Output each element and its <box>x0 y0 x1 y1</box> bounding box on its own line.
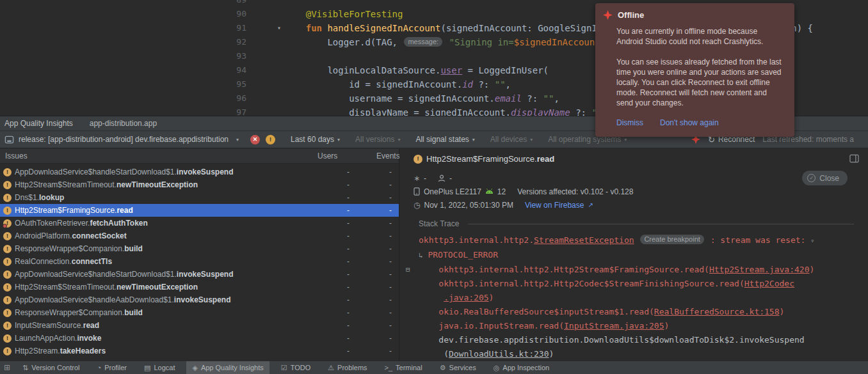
line-number[interactable]: 93 <box>0 49 256 63</box>
dont-show-again-link[interactable]: Don't show again <box>660 118 719 127</box>
line-number[interactable]: 92 <box>0 35 256 49</box>
panel-layout-icon[interactable] <box>849 154 859 166</box>
issue-row[interactable]: !InputStreamSource.read-- <box>0 319 399 332</box>
tab-app-distribution[interactable]: app-distribution.app <box>90 119 157 128</box>
statusbar-item-label: App Inspection <box>502 364 549 371</box>
stack-frame-link[interactable]: DownloadUtils.kt:230 <box>449 349 549 359</box>
statusbar-item-services[interactable]: ⚙Services <box>434 361 482 374</box>
meta-row-signals: ∗ - - <box>414 171 868 185</box>
issue-row[interactable]: !ResponseWrapper$Companion.build-- <box>0 242 399 255</box>
stack-frame-link[interactable]: RealBufferedSource.kt:158 <box>654 307 780 316</box>
stack-frame-link[interactable]: Http2Codec <box>744 279 794 288</box>
line-number[interactable]: 95 <box>0 77 256 91</box>
filter-all-devices[interactable]: All devices▾ <box>490 135 533 144</box>
issue-events-count: - <box>362 295 392 304</box>
code-text[interactable]: loginLocalDataSource.user = LoggedInUser… <box>284 63 549 77</box>
tool-window-switcher-icon[interactable]: ⊞ <box>4 363 10 372</box>
statusbar-item-version-control[interactable]: ⇅Version Control <box>17 361 85 374</box>
stack-line: okhttp3.internal.http2.Http2Codec$Stream… <box>419 277 868 291</box>
line-number[interactable]: 94 <box>0 63 256 77</box>
issue-row[interactable]: !LaunchAppAction.invoke-- <box>0 332 399 345</box>
column-events[interactable]: Events <box>376 149 400 163</box>
statusbar-item-label: TODO <box>291 364 311 371</box>
users-value: - <box>449 174 452 183</box>
dismiss-link[interactable]: Dismiss <box>616 118 643 127</box>
statusbar-item-terminal[interactable]: >_Terminal <box>379 361 428 374</box>
issue-row[interactable]: !Dns$1.lookup-- <box>0 191 399 204</box>
chevron-down-icon: ▾ <box>337 137 340 143</box>
close-button-label: Close <box>819 174 839 183</box>
code-text[interactable]: @VisibleForTesting <box>284 7 403 21</box>
filter-last-60-days[interactable]: Last 60 days▾ <box>291 135 340 144</box>
statusbar-items: ⇅Version Control◔Profiler▤Logcat◈App Qua… <box>17 361 561 374</box>
view-on-firebase-link[interactable]: View on Firebase <box>525 201 584 210</box>
code-text[interactable]: displayName = signedInAccount.displayNam… <box>284 105 602 116</box>
issue-row[interactable]: !AppDownloadService$handleAabDownload$1.… <box>0 293 399 306</box>
issue-method-name: build <box>124 308 143 317</box>
statusbar-item-label: Version Control <box>31 364 79 371</box>
code-text[interactable]: username = signedInAccount.email ?: "", <box>284 91 559 105</box>
statusbar-item-label: App Quality Insights <box>201 364 264 371</box>
issue-row[interactable]: !Http2Stream$FramingSource.read-- <box>0 204 399 217</box>
statusbar-item-app-quality-insights[interactable]: ◈App Quality Insights <box>186 361 269 374</box>
issue-class-prefix: AppDownloadService$handleStartDownload$1… <box>15 168 177 176</box>
fold-collapse-icon[interactable]: ⊟ <box>406 263 410 277</box>
issue-events-count: - <box>362 257 392 266</box>
run-config-selector[interactable]: release: [app-distribution-android] dev.… <box>4 135 239 144</box>
stack-line: okhttp3.internal.http2.StreamResetExcept… <box>419 233 868 248</box>
line-number[interactable]: 96 <box>0 91 256 105</box>
event-timestamp: Nov 1, 2022, 05:01:30 PM <box>424 201 513 210</box>
close-button[interactable]: ✓ Close <box>802 171 848 185</box>
statusbar-item-todo[interactable]: ☑TODO <box>275 361 316 374</box>
issue-nonfatal-icon: ! <box>3 168 12 176</box>
meta-row-time: ◷ Nov 1, 2022, 05:01:30 PM View on Fireb… <box>414 198 868 212</box>
fold-gutter <box>256 63 284 77</box>
offline-error-icon[interactable]: ✕ <box>250 135 260 144</box>
line-number[interactable]: 91 <box>0 21 256 35</box>
versions-affected: Versions affected: v0.102 - v0.128 <box>517 187 633 196</box>
issue-nonfatal-icon: ! <box>3 194 12 202</box>
create-breakpoint-inlay[interactable]: Create breakpoint <box>640 235 703 244</box>
issue-nonfatal-icon: ! <box>3 270 12 279</box>
column-users[interactable]: Users <box>317 149 337 163</box>
filter-all-signal-states[interactable]: All signal states▾ <box>415 135 474 144</box>
issue-fatal-icon: ! <box>3 219 12 228</box>
statusbar-item-profiler[interactable]: ◔Profiler <box>92 361 133 374</box>
issue-row[interactable]: !RealConnection.connectTls-- <box>0 255 399 268</box>
issue-row[interactable]: !Http2Stream$StreamTimeout.newTimeoutExc… <box>0 178 399 191</box>
issue-method-name: build <box>124 244 143 253</box>
statusbar-item-problems[interactable]: ⚠Problems <box>322 361 373 374</box>
issue-row[interactable]: !ResponseWrapper$Companion.build-- <box>0 306 399 319</box>
column-issues[interactable]: Issues <box>5 152 28 160</box>
stack-frame-link[interactable]: .java:205 <box>444 293 488 302</box>
filter-all-versions[interactable]: All versions▾ <box>355 135 400 144</box>
stack-frame-link[interactable]: InputStream.java:205 <box>564 321 664 331</box>
line-number[interactable]: 97 <box>0 105 256 116</box>
issue-row[interactable]: !OAuthTokenRetriever.fetchAuthToken-- <box>0 217 399 230</box>
issue-row[interactable]: !AppDownloadService$handleStartDownload$… <box>0 268 399 281</box>
device-icon <box>414 187 420 196</box>
issue-row[interactable]: !Http2Stream$StreamTimeout.newTimeoutExc… <box>0 281 399 293</box>
statusbar-item-app-inspection[interactable]: ◎App Inspection <box>488 361 555 374</box>
stack-line: (DownloadUtils.kt:230) <box>419 347 868 361</box>
issue-method-name: lookup <box>39 193 64 202</box>
stack-frame-link[interactable]: Http2Stream.java:420 <box>709 265 810 274</box>
issue-class-prefix: Http2Stream$StreamTimeout. <box>15 283 117 292</box>
fold-icon[interactable]: ▾ <box>256 21 284 35</box>
issue-events-count: - <box>362 308 392 317</box>
code-text[interactable]: id = signedInAccount.id ?: "", <box>284 77 511 91</box>
issue-events-count: - <box>362 219 392 228</box>
code-text[interactable]: Logger.d(TAG, message: "Signing in=$sign… <box>284 35 611 49</box>
nonfatal-filter-icon[interactable]: ! <box>266 135 275 144</box>
stack-line: .java:205) <box>419 291 868 305</box>
issue-method-name: fetchAuthToken <box>90 219 147 228</box>
fold-gutter <box>256 105 284 116</box>
statusbar-item-logcat[interactable]: ▤Logcat <box>138 361 181 374</box>
issue-row[interactable]: !Http2Stream.takeHeaders-- <box>0 345 399 357</box>
issue-class-prefix: Http2Stream$StreamTimeout. <box>15 180 117 189</box>
stack-frame-link[interactable]: StreamResetException <box>534 235 634 245</box>
issue-row[interactable]: !AppDownloadService$handleStartDownload$… <box>0 166 399 178</box>
line-number[interactable]: 89 <box>0 0 256 7</box>
issue-row[interactable]: !AndroidPlatform.connectSocket-- <box>0 230 399 242</box>
line-number[interactable]: 90 <box>0 7 256 21</box>
